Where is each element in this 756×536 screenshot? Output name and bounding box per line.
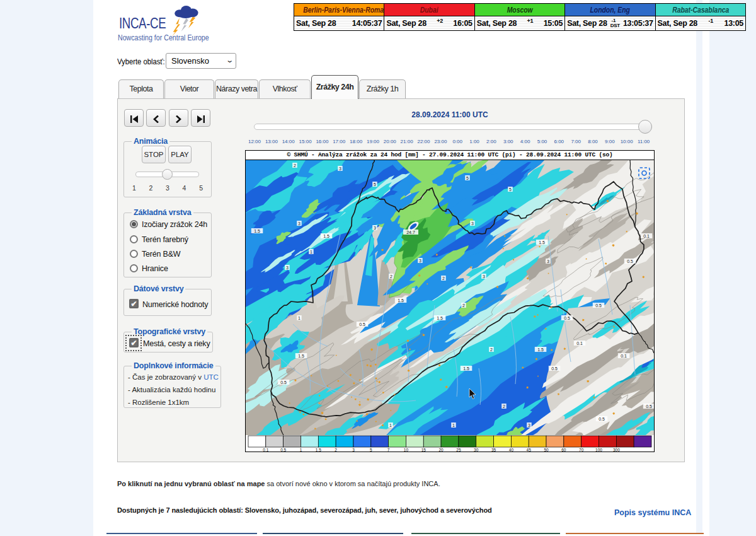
- svg-text:0.5: 0.5: [595, 303, 602, 308]
- svg-text:30: 30: [474, 448, 479, 452]
- svg-text:15: 15: [421, 448, 427, 452]
- svg-text:70: 70: [579, 448, 584, 452]
- svg-text:0.1: 0.1: [643, 234, 650, 238]
- svg-text:3: 3: [547, 259, 549, 264]
- svg-text:1.5: 1.5: [463, 366, 469, 371]
- svg-text:24.7: 24.7: [406, 230, 415, 235]
- svg-text:1.5: 1.5: [316, 448, 321, 452]
- svg-text:60: 60: [561, 448, 566, 452]
- svg-text:2: 2: [294, 163, 296, 168]
- svg-text:0.5: 0.5: [359, 322, 365, 327]
- svg-text:1: 1: [389, 423, 392, 428]
- svg-text:3: 3: [298, 221, 301, 226]
- svg-text:45: 45: [527, 448, 532, 452]
- svg-text:5: 5: [374, 182, 376, 187]
- svg-text:3: 3: [352, 448, 355, 452]
- svg-text:5: 5: [466, 176, 469, 180]
- svg-text:1.5: 1.5: [398, 298, 404, 303]
- svg-text:3: 3: [419, 259, 421, 263]
- svg-text:2: 2: [462, 303, 465, 308]
- svg-text:7: 7: [387, 448, 390, 452]
- svg-text:2: 2: [503, 404, 505, 409]
- svg-text:5: 5: [509, 187, 512, 192]
- svg-text:0.1: 0.1: [621, 354, 627, 358]
- svg-text:5: 5: [370, 448, 372, 452]
- svg-text:0.5: 0.5: [646, 404, 652, 409]
- svg-text:1: 1: [452, 423, 455, 428]
- svg-text:0.5: 0.5: [627, 259, 633, 264]
- svg-text:2: 2: [335, 448, 337, 452]
- svg-text:10: 10: [404, 448, 409, 452]
- svg-text:2: 2: [490, 347, 493, 352]
- svg-text:1: 1: [298, 316, 301, 320]
- svg-text:0.5: 0.5: [564, 316, 570, 320]
- svg-text:0.1: 0.1: [576, 341, 583, 346]
- svg-text:3: 3: [339, 166, 341, 171]
- svg-text:3: 3: [528, 423, 530, 428]
- svg-text:0.5: 0.5: [280, 448, 286, 452]
- svg-text:1: 1: [300, 448, 302, 452]
- svg-text:0.5: 0.5: [280, 380, 287, 385]
- svg-text:1.5: 1.5: [254, 229, 260, 233]
- svg-text:1.5: 1.5: [437, 316, 443, 320]
- svg-text:40: 40: [509, 448, 514, 452]
- svg-text:35: 35: [491, 448, 496, 452]
- svg-text:0.5: 0.5: [598, 417, 605, 421]
- svg-text:1.5: 1.5: [298, 354, 304, 358]
- svg-text:2: 2: [390, 274, 392, 279]
- svg-text:3: 3: [471, 221, 474, 226]
- svg-text:300: 300: [613, 448, 620, 452]
- svg-text:1.5: 1.5: [537, 347, 544, 352]
- svg-text:50: 50: [544, 448, 549, 452]
- svg-text:3: 3: [483, 274, 485, 279]
- svg-text:1: 1: [310, 250, 312, 254]
- svg-text:1.5: 1.5: [539, 240, 545, 245]
- svg-text:0.1: 0.1: [263, 448, 268, 452]
- svg-text:3: 3: [374, 226, 376, 230]
- svg-text:0.5: 0.5: [551, 366, 558, 371]
- svg-text:20: 20: [438, 448, 444, 452]
- svg-text:25: 25: [456, 448, 461, 452]
- svg-text:3: 3: [286, 265, 289, 270]
- svg-text:100: 100: [595, 448, 602, 452]
- svg-text:1.5: 1.5: [323, 234, 329, 238]
- svg-text:2: 2: [442, 276, 445, 281]
